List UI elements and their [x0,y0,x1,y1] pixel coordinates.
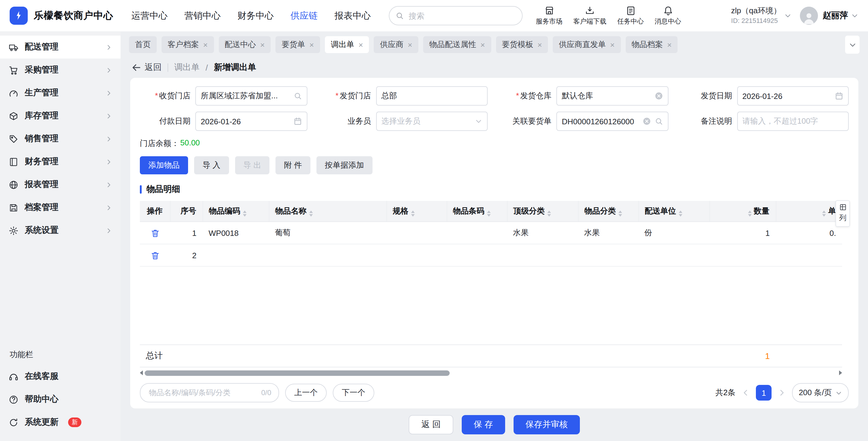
close-icon[interactable]: × [260,41,265,49]
tab-delivery-center[interactable]: 配送中心× [218,36,271,53]
save-button[interactable]: 保 存 [462,415,505,434]
col-category[interactable]: 物品分类 [578,201,638,222]
nav-finance[interactable]: 财务中心 [238,10,274,22]
item-filter[interactable]: 0/0 [140,383,279,402]
receive-store-input[interactable]: 所属区域江苏省加盟... [195,86,307,106]
tabs-collapse-button[interactable] [845,36,860,54]
tab-item-archive[interactable]: 物品档案× [626,36,678,53]
sidebar-item-purchase[interactable]: 采购管理 [0,59,121,82]
sort-icon[interactable] [618,210,622,216]
quick-message-center[interactable]: 消息中心 [655,5,681,26]
sidebar-item-inventory[interactable]: 库存管理 [0,105,121,127]
sort-icon[interactable] [487,210,490,216]
page-next-icon[interactable] [778,388,786,397]
col-quantity[interactable]: 数量 [710,201,776,222]
quick-task-center[interactable]: 任务中心 [617,5,644,26]
global-search-input[interactable] [407,10,516,21]
sort-icon[interactable] [748,210,751,216]
add-item-button[interactable]: 添加物品 [140,156,188,174]
brand-logo-icon[interactable] [10,7,28,25]
page-size-select[interactable]: 200 条/页 [792,383,849,402]
tab-item-delivery-attrs[interactable]: 物品配送属性× [423,36,491,53]
close-icon[interactable]: × [309,41,314,49]
close-icon[interactable]: × [537,41,542,49]
sidebar-item-settings[interactable]: 系统设置 [0,219,121,242]
sidebar-item-system-update[interactable]: 系统更新 新 [0,411,121,434]
quick-client-download[interactable]: 客户端下载 [573,5,607,26]
column-settings-button[interactable]: 列 [835,200,850,227]
scrollbar-thumb[interactable] [145,370,450,376]
sidebar-item-reports[interactable]: 报表管理 [0,173,121,196]
scroll-left-icon[interactable] [140,371,143,375]
save-and-audit-button[interactable]: 保存并审核 [514,415,580,434]
sort-icon[interactable] [309,210,313,216]
back-button[interactable]: 返回 [131,62,161,73]
col-price[interactable]: 单 [776,201,842,222]
return-button[interactable]: 返 回 [409,415,453,434]
horizontal-scrollbar[interactable] [140,369,842,377]
search-icon[interactable] [654,117,663,125]
remark-input[interactable]: 请输入，不超过100字 [737,112,849,131]
close-icon[interactable]: × [667,41,672,49]
page-prev-icon[interactable] [741,388,750,397]
prev-match-button[interactable]: 上一个 [285,384,327,402]
related-order-input[interactable]: DH00001260126000 [556,112,668,131]
attachment-button[interactable]: 附 件 [276,156,310,174]
add-by-document-button[interactable]: 按单据添加 [316,156,373,174]
sidebar-item-online-service[interactable]: 在线客服 [0,365,121,388]
quick-service-market[interactable]: 服务市场 [536,5,562,26]
tab-requisition-template[interactable]: 要货模板× [496,36,548,53]
tab-supplier[interactable]: 供应商× [374,36,418,53]
sidebar-item-sales[interactable]: 销售管理 [0,127,121,150]
tab-supplier-direct[interactable]: 供应商直发单× [553,36,621,53]
sort-icon[interactable] [822,210,826,216]
tab-home[interactable]: 首页 [129,36,157,53]
nav-reports[interactable]: 报表中心 [335,10,371,22]
breadcrumb-parent[interactable]: 调出单 [174,62,199,73]
nav-supply-chain[interactable]: 供应链 [290,10,318,22]
sort-icon[interactable] [411,210,414,216]
env-selector[interactable]: zlp（qa环境） ID: 2215114925 [731,6,781,25]
close-icon[interactable]: × [408,41,412,49]
warehouse-input[interactable]: 默认仓库 [556,86,668,106]
tab-requisition[interactable]: 要货单× [276,36,320,53]
nav-marketing[interactable]: 营销中心 [184,10,221,22]
sidebar-item-delivery[interactable]: 配送管理 [0,36,121,59]
clear-icon[interactable] [642,117,651,125]
col-item-name[interactable]: 物品名称 [269,201,386,222]
search-icon[interactable] [293,92,302,100]
tab-transfer-out[interactable]: 调出单× [325,36,369,53]
chevron-down-icon[interactable] [851,12,858,19]
delete-row-icon[interactable] [150,251,159,260]
page-1-button[interactable]: 1 [756,385,772,401]
col-item-code[interactable]: 物品编码 [203,201,269,222]
sort-icon[interactable] [547,210,551,216]
sidebar-item-production[interactable]: 生产管理 [0,82,121,105]
col-top-category[interactable]: 顶级分类 [507,201,578,222]
pay-date-input[interactable]: 2026-01-26 [195,112,307,131]
sidebar-item-archives[interactable]: 档案管理 [0,196,121,219]
clear-icon[interactable] [654,92,663,100]
global-search[interactable] [389,6,523,25]
close-icon[interactable]: × [610,41,615,49]
salesman-select[interactable]: 选择业务员 [376,112,488,131]
import-button[interactable]: 导 入 [194,156,229,174]
nav-operations[interactable]: 运营中心 [131,10,167,22]
tab-customer-archive[interactable]: 客户档案× [161,36,214,53]
send-store-input[interactable]: 总部 [376,86,488,106]
user-name[interactable]: 赵丽萍 [823,10,848,21]
close-icon[interactable]: × [203,41,208,49]
ship-date-input[interactable]: 2026-01-26 [737,86,849,106]
col-spec[interactable]: 规格 [386,201,447,222]
sidebar-item-finance[interactable]: 财务管理 [0,150,121,173]
sort-icon[interactable] [243,210,246,216]
chevron-down-icon[interactable] [784,12,792,19]
sidebar-item-help-center[interactable]: 帮助中心 [0,388,121,411]
col-delivery-unit[interactable]: 配送单位 [638,201,710,222]
close-icon[interactable]: × [359,41,363,49]
close-icon[interactable]: × [480,41,485,49]
delete-row-icon[interactable] [150,229,159,238]
item-filter-input[interactable] [148,388,258,398]
avatar[interactable] [800,7,818,25]
next-match-button[interactable]: 下一个 [333,384,374,402]
